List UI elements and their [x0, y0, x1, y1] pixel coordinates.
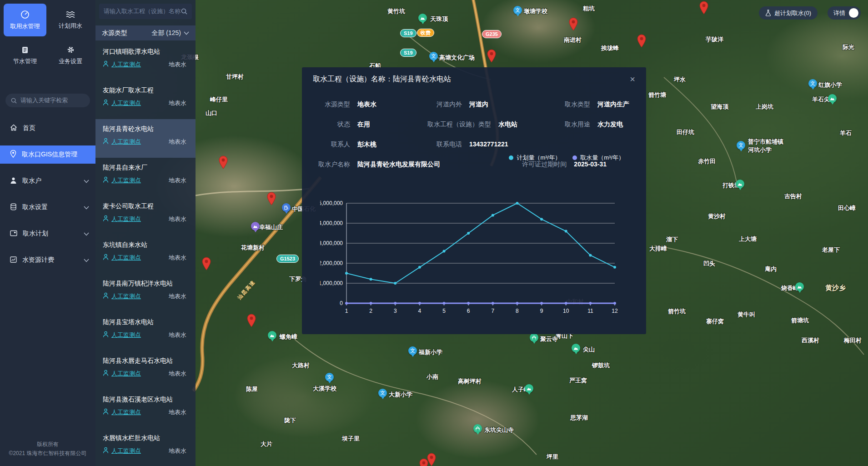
- map-place-label: 羊石: [840, 129, 852, 137]
- temple-poi-pin[interactable]: [473, 424, 482, 433]
- monitor-tag[interactable]: 人工监测点: [111, 99, 169, 107]
- detail-toggle[interactable]: 详情: [828, 6, 861, 20]
- module-4[interactable]: 业务设置: [49, 39, 92, 72]
- svg-text:4: 4: [418, 308, 421, 314]
- chevron-down-icon: [184, 31, 189, 35]
- station-list-item[interactable]: 水唇镇水栏肚水电站人工监测点地表水: [95, 428, 196, 466]
- red-station-marker[interactable]: [201, 257, 211, 271]
- water-type: 地表水: [169, 408, 189, 416]
- menu-item-2[interactable]: 取水口GIS信息管理: [0, 145, 95, 164]
- monitor-tag[interactable]: 人工监测点: [111, 176, 169, 185]
- red-station-marker[interactable]: [246, 314, 256, 327]
- school-poi-pin[interactable]: 文: [429, 52, 438, 60]
- person-icon: [103, 215, 109, 223]
- station-list-item[interactable]: 麦卡公司取水工程人工监测点地表水: [95, 196, 196, 235]
- mountain-poi-pin[interactable]: [525, 384, 533, 393]
- red-station-marker[interactable]: [419, 458, 429, 466]
- monitor-tag[interactable]: 人工监测点: [111, 331, 169, 339]
- monitor-tag[interactable]: 人工监测点: [111, 215, 169, 223]
- mountain-poi-pin[interactable]: [418, 14, 427, 22]
- station-list-item[interactable]: 河口镇唱歌潭水电站人工监测点地表水: [95, 42, 196, 80]
- station-list-item[interactable]: 陆河县激石溪老区水电站人工监测点地表水: [95, 390, 196, 428]
- map-place-label: 红旗小学: [818, 81, 842, 89]
- red-station-marker[interactable]: [637, 34, 647, 48]
- module-3[interactable]: 节水管理: [4, 39, 46, 72]
- station-list-item[interactable]: 陆河县南万镇杞洋水电站人工监测点地表水: [95, 274, 196, 312]
- gauge-icon: [20, 10, 30, 19]
- station-list-item[interactable]: 东坑镇自来水站人工监测点地表水: [95, 235, 196, 274]
- school-poi-pin[interactable]: 文: [513, 6, 522, 15]
- field-label: 状态: [316, 120, 350, 129]
- resort-poi-pin[interactable]: [251, 222, 260, 230]
- monitor-tag[interactable]: 人工监测点: [111, 254, 169, 262]
- school-poi-pin[interactable]: 文: [325, 373, 334, 381]
- field-label: 取水工程（设施）类型: [427, 120, 491, 129]
- menu-item-5[interactable]: 取水计划: [0, 225, 95, 243]
- water-source-filter[interactable]: 水源类型 全部 (125): [95, 25, 196, 40]
- road-badge: G235: [482, 30, 502, 38]
- mountain-poi-pin[interactable]: [828, 94, 837, 103]
- menu-item-label: 水资源计费: [22, 256, 78, 264]
- menu-item-1[interactable]: 首页: [0, 119, 95, 137]
- mountain-poi-pin[interactable]: [736, 180, 744, 188]
- menu-item-6[interactable]: 水资源计费: [0, 251, 95, 269]
- mountain-poi-pin[interactable]: [268, 331, 276, 340]
- school-poi-pin[interactable]: 文: [408, 346, 417, 355]
- menu-item-4[interactable]: 取水设置: [0, 198, 95, 216]
- mountain-poi-pin[interactable]: [795, 282, 804, 291]
- field-value: 河道内生产: [597, 100, 629, 109]
- monitor-tag[interactable]: 人工监测点: [111, 60, 169, 69]
- map-place-label: 上大塘: [739, 235, 757, 243]
- red-station-marker[interactable]: [218, 155, 228, 169]
- red-station-marker[interactable]: [266, 192, 276, 205]
- module-1[interactable]: 取用水管理: [4, 4, 46, 36]
- detail-toggle-label: 详情: [833, 9, 845, 17]
- red-station-marker[interactable]: [568, 17, 578, 31]
- station-list-item[interactable]: 陆河县水唇走马石水电站人工监测点地表水: [95, 351, 196, 390]
- red-station-marker[interactable]: [699, 1, 709, 15]
- school-poi-pin[interactable]: 文: [808, 79, 817, 88]
- field: 河道内外河道内: [427, 100, 556, 109]
- field-value: 在用: [357, 120, 370, 129]
- map-place-label: 高树坪村: [458, 377, 482, 386]
- menu-item-3[interactable]: 取水户: [0, 172, 95, 190]
- station-list-item[interactable]: 陆河县自来水厂人工监测点地表水: [95, 158, 196, 196]
- menu-item-label: 取水户: [22, 177, 78, 185]
- keyword-search-input[interactable]: 请输入关键字检索: [5, 94, 90, 107]
- map-place-label: 南进村: [564, 36, 582, 44]
- flask-icon: [765, 10, 771, 16]
- gas-poi-pin[interactable]: [282, 203, 291, 212]
- search-icon[interactable]: [181, 8, 187, 15]
- database-icon: [10, 203, 17, 212]
- chart-icon: [10, 256, 17, 264]
- close-icon[interactable]: ×: [628, 75, 637, 84]
- copyright-line2: ©2021 珠海市仁智科技有限公司: [0, 449, 95, 458]
- field-value: 水电站: [498, 120, 517, 129]
- map-place-label: 老屋下: [822, 246, 840, 254]
- map-place-label: 寨仔窝: [706, 317, 724, 326]
- station-list-item[interactable]: 友能水厂取水工程人工监测点地表水: [95, 80, 196, 119]
- station-list-item[interactable]: 陆河县青砼水电站人工监测点地表水: [95, 119, 196, 158]
- mountain-poi-pin[interactable]: [572, 344, 580, 352]
- station-search-input[interactable]: 请输入取水工程（设施）名称: [99, 4, 192, 19]
- station-list-item[interactable]: 陆河县宝塔水电站人工监测点地表水: [95, 312, 196, 351]
- monitor-tag[interactable]: 人工监测点: [111, 370, 169, 378]
- temple-poi-pin[interactable]: [530, 333, 538, 342]
- school-poi-pin[interactable]: 文: [378, 389, 387, 397]
- monitor-tag[interactable]: 人工监测点: [111, 292, 169, 301]
- chevron-down-icon: [84, 204, 89, 211]
- monitor-tag[interactable]: 人工监测点: [111, 138, 169, 146]
- map-place-label: 陈屋: [246, 385, 258, 393]
- red-station-marker[interactable]: [487, 49, 497, 63]
- monitor-tag[interactable]: 人工监测点: [111, 447, 169, 455]
- monitor-tag[interactable]: 人工监测点: [111, 408, 169, 416]
- school-poi-pin[interactable]: 文: [737, 141, 745, 150]
- overplan-water-button[interactable]: 超计划取水(0): [759, 6, 818, 20]
- waves-icon: [65, 10, 75, 19]
- map-place-label: 大溪学校: [313, 385, 336, 393]
- module-2[interactable]: 计划用水: [49, 4, 92, 36]
- map-place-label: 花塘新村: [241, 244, 265, 252]
- field-label: 取水用途: [556, 120, 590, 129]
- svg-text:1,000,000: 1,000,000: [320, 280, 343, 286]
- map-place-label: 尖山: [583, 346, 595, 354]
